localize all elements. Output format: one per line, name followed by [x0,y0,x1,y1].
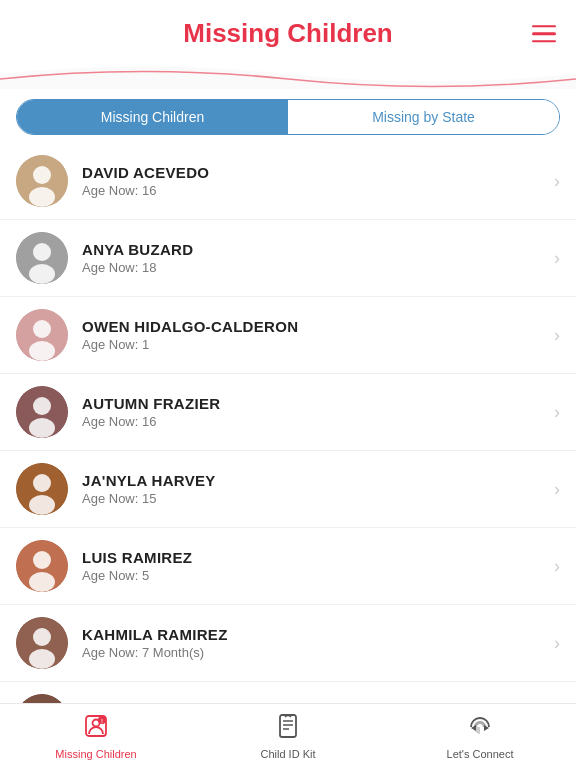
list-item[interactable]: ANYA BUZARDAge Now: 18› [0,220,576,297]
avatar [16,617,68,669]
bottom-navigation: ! Missing Children Child ID Kit [0,703,576,768]
svg-rect-37 [280,715,296,737]
missing-children-icon: ! [83,713,109,745]
avatar [16,540,68,592]
item-age: Age Now: 7 Month(s) [82,645,546,660]
svg-point-13 [33,474,51,492]
svg-point-5 [29,264,55,284]
item-age: Age Now: 16 [82,414,546,429]
menu-button[interactable] [532,17,556,43]
nav-child-id-kit[interactable]: Child ID Kit [192,713,384,760]
chevron-right-icon: › [554,633,560,654]
svg-point-16 [33,551,51,569]
svg-point-7 [33,320,51,338]
child-id-kit-icon [275,713,301,745]
nav-lets-connect[interactable]: Let's Connect [384,713,576,760]
item-info: AUTUMN FRAZIERAge Now: 16 [82,395,546,429]
nav-missing-children[interactable]: ! Missing Children [0,713,192,760]
header: Missing Children [0,0,576,59]
tab-missing-by-state[interactable]: Missing by State [288,100,559,134]
item-name: KAHMILA RAMIREZ [82,626,546,643]
avatar [16,232,68,284]
item-name: AUTUMN FRAZIER [82,395,546,412]
page-title: Missing Children [183,18,392,49]
item-name: LUIS RAMIREZ [82,549,546,566]
tab-missing-children[interactable]: Missing Children [17,100,288,134]
item-info: ANYA BUZARDAge Now: 18 [82,241,546,275]
svg-point-4 [33,243,51,261]
item-info: KAHMILA RAMIREZAge Now: 7 Month(s) [82,626,546,660]
children-list: DAVID ACEVEDOAge Now: 16› ANYA BUZARDAge… [0,143,576,726]
list-item[interactable]: OWEN HIDALGO-CALDERONAge Now: 1› [0,297,576,374]
chevron-right-icon: › [554,171,560,192]
item-name: JA'NYLA HARVEY [82,472,546,489]
list-item[interactable]: KAHMILA RAMIREZAge Now: 7 Month(s)› [0,605,576,682]
chevron-right-icon: › [554,479,560,500]
chevron-right-icon: › [554,556,560,577]
item-age: Age Now: 15 [82,491,546,506]
item-name: OWEN HIDALGO-CALDERON [82,318,546,335]
item-info: JA'NYLA HARVEYAge Now: 15 [82,472,546,506]
nav-missing-children-label: Missing Children [55,748,136,760]
item-info: DAVID ACEVEDOAge Now: 16 [82,164,546,198]
avatar [16,463,68,515]
avatar [16,386,68,438]
svg-point-20 [29,649,55,669]
item-info: LUIS RAMIREZAge Now: 5 [82,549,546,583]
avatar [16,309,68,361]
item-info: OWEN HIDALGO-CALDERONAge Now: 1 [82,318,546,352]
wave-decoration [0,59,576,89]
svg-point-1 [33,166,51,184]
item-age: Age Now: 18 [82,260,546,275]
list-item[interactable]: JA'NYLA HARVEYAge Now: 15› [0,451,576,528]
chevron-right-icon: › [554,325,560,346]
svg-point-2 [29,187,55,207]
list-item[interactable]: LUIS RAMIREZAge Now: 5› [0,528,576,605]
item-age: Age Now: 1 [82,337,546,352]
nav-lets-connect-label: Let's Connect [447,748,514,760]
item-name: DAVID ACEVEDO [82,164,546,181]
svg-point-8 [29,341,55,361]
avatar [16,155,68,207]
tab-bar: Missing Children Missing by State [16,99,560,135]
svg-point-19 [33,628,51,646]
svg-text:!: ! [101,718,103,724]
lets-connect-icon [467,713,493,745]
svg-point-10 [33,397,51,415]
list-item[interactable]: DAVID ACEVEDOAge Now: 16› [0,143,576,220]
list-item[interactable]: AUTUMN FRAZIERAge Now: 16› [0,374,576,451]
item-age: Age Now: 5 [82,568,546,583]
item-age: Age Now: 16 [82,183,546,198]
chevron-right-icon: › [554,248,560,269]
svg-point-11 [29,418,55,438]
chevron-right-icon: › [554,402,560,423]
item-name: ANYA BUZARD [82,241,546,258]
svg-point-17 [29,572,55,592]
svg-point-14 [29,495,55,515]
nav-child-id-kit-label: Child ID Kit [260,748,315,760]
